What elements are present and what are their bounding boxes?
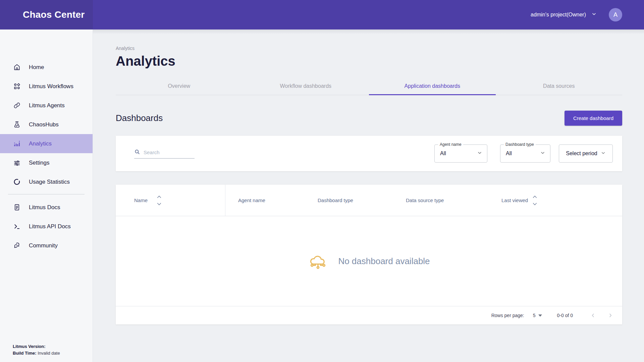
column-label: Agent name <box>238 197 265 203</box>
column-label: Data source type <box>406 197 444 203</box>
section-title: Dashboards <box>116 113 163 123</box>
empty-state: No dashboard available <box>116 216 622 306</box>
filter-group: Agent name All Dashboard type All Select… <box>434 144 613 163</box>
select-period-button[interactable]: Select period <box>559 144 613 163</box>
sidebar-item-label: Litmus Workflows <box>29 83 73 90</box>
build-time-label: Build Time: <box>13 351 37 356</box>
analytics-icon <box>13 140 21 148</box>
previous-page-button[interactable] <box>588 310 598 320</box>
column-header-data-source-type: Data source type <box>406 197 501 203</box>
sidebar-item-usage-statistics[interactable]: Usage Statistics <box>0 172 93 191</box>
sidebar-item-litmus-docs[interactable]: Litmus Docs <box>0 198 93 217</box>
dashboard-type-select[interactable]: Dashboard type All <box>500 144 550 163</box>
sidebar-item-label: Community <box>29 242 58 249</box>
project-selector[interactable]: admin's project(Owner) <box>531 11 597 18</box>
rows-per-page-select[interactable]: 5 <box>533 313 542 318</box>
sidebar-item-home[interactable]: Home <box>0 58 93 77</box>
create-dashboard-button[interactable]: Create dashboard <box>565 111 622 126</box>
dashboard-type-select-value: All <box>506 150 512 157</box>
sidebar-item-label: Litmus Agents <box>29 102 65 109</box>
sort-arrows-last-viewed[interactable] <box>533 195 537 205</box>
column-label: Name <box>134 197 148 203</box>
build-time-value: Invalid date <box>38 351 60 356</box>
column-label: Dashboard type <box>318 197 353 203</box>
sidebar-item-community[interactable]: Community <box>0 236 93 255</box>
sidebar-divider <box>8 194 85 194</box>
chevron-left-icon <box>590 312 596 318</box>
sidebar-item-label: Usage Statistics <box>29 179 70 185</box>
header-brand-area: Chaos Center <box>0 0 93 29</box>
column-header-agent-name: Agent name <box>225 197 318 203</box>
version-info: Litmus Version: Build Time: Invalid date <box>13 343 60 357</box>
sidebar-item-label: Analytics <box>29 140 52 147</box>
sidebar-item-label: Settings <box>29 160 49 166</box>
tab-data-sources[interactable]: Data sources <box>496 77 623 95</box>
workflows-icon <box>13 82 21 90</box>
sidebar-item-litmus-api-docs[interactable]: Litmus API Docs <box>0 217 93 236</box>
avatar-letter: A <box>613 11 618 18</box>
sidebar-item-litmus-agents[interactable]: Litmus Agents <box>0 96 93 115</box>
column-header-name: Name <box>116 185 225 216</box>
sort-up-icon <box>157 195 161 198</box>
search-box <box>134 149 195 159</box>
community-icon <box>13 242 21 250</box>
section-header: Dashboards Create dashboard <box>116 111 622 126</box>
tab-overview[interactable]: Overview <box>116 77 243 95</box>
chevron-right-icon <box>607 312 613 318</box>
version-label: Litmus Version: <box>13 344 46 349</box>
sidebar-item-label: Home <box>29 64 44 71</box>
tab-application-dashboards[interactable]: Application dashboards <box>369 77 496 95</box>
agent-name-select-label: Agent name <box>438 142 463 147</box>
rows-per-page-label: Rows per page: <box>491 313 524 318</box>
dashboard-type-select-label: Dashboard type <box>504 142 536 147</box>
sidebar-item-settings[interactable]: Settings <box>0 153 93 172</box>
empty-message: No dashboard available <box>338 256 430 266</box>
header-actions: admin's project(Owner) A <box>531 8 644 21</box>
agents-icon <box>13 102 21 110</box>
pagination-range: 0-0 of 0 <box>557 313 573 318</box>
sort-down-icon <box>157 203 161 205</box>
dashboards-table: Name Agent name Dashboard type Data sour… <box>116 185 622 324</box>
sidebar-item-litmus-workflows[interactable]: Litmus Workflows <box>0 77 93 96</box>
column-header-last-viewed: Last viewed <box>501 195 622 205</box>
next-page-button[interactable] <box>605 310 615 320</box>
rows-per-page-value: 5 <box>533 313 536 318</box>
app-title: Chaos Center <box>23 9 85 20</box>
project-selector-label: admin's project(Owner) <box>531 12 586 18</box>
pagination-bar: Rows per page: 5 0-0 of 0 <box>116 306 622 324</box>
sort-up-icon <box>533 195 537 198</box>
chevron-down-icon <box>601 150 606 157</box>
settings-icon <box>13 159 21 167</box>
column-header-dashboard-type: Dashboard type <box>318 197 406 203</box>
home-icon <box>13 63 21 71</box>
chevron-down-icon <box>477 150 482 157</box>
select-period-label: Select period <box>566 150 597 157</box>
column-label: Last viewed <box>501 197 528 203</box>
search-input[interactable] <box>144 149 187 155</box>
sidebar: Home Litmus Workflows Litmus Agents Chao… <box>0 29 93 362</box>
usage-statistics-icon <box>13 178 21 186</box>
sidebar-nav: Home Litmus Workflows Litmus Agents Chao… <box>0 29 93 255</box>
cloud-network-icon <box>308 251 328 271</box>
sort-arrows-name[interactable] <box>157 195 161 205</box>
chevron-down-icon <box>540 150 545 157</box>
tab-bar: Overview Workflow dashboards Application… <box>116 77 622 95</box>
top-header: Chaos Center admin's project(Owner) A <box>0 0 644 29</box>
sidebar-item-label: Litmus API Docs <box>29 223 71 230</box>
table-header-row: Name Agent name Dashboard type Data sour… <box>116 185 622 216</box>
user-avatar[interactable]: A <box>609 8 622 21</box>
main-content: Analytics Analytics Overview Workflow da… <box>93 29 644 362</box>
breadcrumb[interactable]: Analytics <box>116 29 622 51</box>
sidebar-item-label: ChaosHubs <box>29 121 59 128</box>
search-icon <box>134 149 140 156</box>
sidebar-item-analytics[interactable]: Analytics <box>0 134 93 153</box>
sidebar-item-label: Litmus Docs <box>29 204 60 211</box>
sidebar-item-chaoshubs[interactable]: ChaosHubs <box>0 115 93 134</box>
chaoshubs-icon <box>13 121 21 129</box>
docs-icon <box>13 203 21 212</box>
page-title: Analytics <box>116 54 622 69</box>
sort-down-icon <box>533 203 537 205</box>
tab-workflow-dashboards[interactable]: Workflow dashboards <box>243 77 369 95</box>
agent-name-select[interactable]: Agent name All <box>434 144 487 163</box>
dropdown-arrow-icon <box>538 314 542 317</box>
